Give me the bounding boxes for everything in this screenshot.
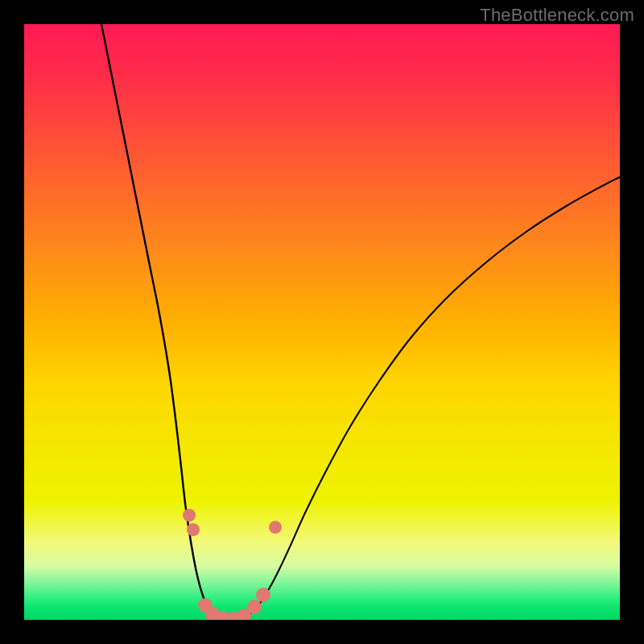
data-marker	[187, 523, 200, 536]
outer-frame: TheBottleneck.com	[0, 0, 644, 644]
markers-group	[183, 509, 282, 620]
data-marker	[183, 509, 196, 522]
curves-group	[101, 24, 620, 620]
data-marker	[256, 588, 270, 602]
chart-svg	[24, 24, 620, 620]
plot-area	[24, 24, 620, 620]
watermark-text: TheBottleneck.com	[480, 5, 634, 26]
data-marker	[269, 521, 282, 534]
curve-left-curve	[101, 24, 227, 620]
data-marker	[247, 600, 262, 614]
curve-right-curve	[227, 177, 620, 620]
